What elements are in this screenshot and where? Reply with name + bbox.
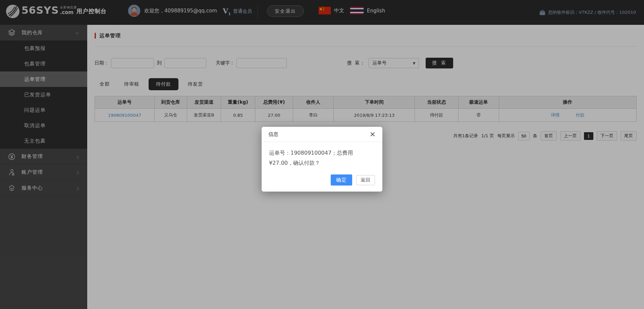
dialog-title: 信息 xyxy=(268,131,278,138)
close-icon[interactable]: × xyxy=(370,131,376,138)
dialog-message: 运单号：190809100047；总费用¥27.00，确认付款？ xyxy=(262,142,382,170)
dialog-footer: 确定 返回 xyxy=(262,170,382,192)
app-root: 56SYS 全景物流通 .com 用户控制台 欢迎您，409889195@qq.… xyxy=(0,0,644,309)
back-button[interactable]: 返回 xyxy=(356,175,375,185)
dialog-header: 信息 × xyxy=(262,127,382,142)
payment-confirm-dialog: 信息 × 运单号：190809100047；总费用¥27.00，确认付款？ 确定… xyxy=(262,127,382,192)
confirm-button[interactable]: 确定 xyxy=(331,174,352,186)
